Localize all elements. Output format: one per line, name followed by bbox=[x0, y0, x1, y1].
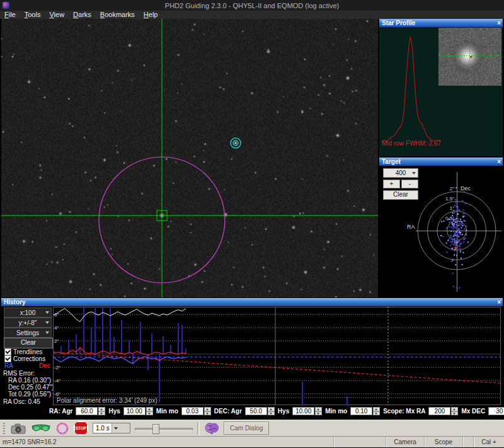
close-icon[interactable]: × bbox=[497, 19, 501, 27]
scatter-point bbox=[454, 219, 455, 221]
spin-down-icon[interactable] bbox=[315, 411, 322, 416]
scatter-point bbox=[458, 236, 459, 238]
scatter-point bbox=[465, 238, 466, 239]
menu-tools[interactable]: Tools bbox=[20, 11, 45, 19]
trendlines-checkbox[interactable] bbox=[4, 348, 11, 355]
history-xscale-select[interactable]: x:100 bbox=[4, 307, 52, 318]
param-label: DEC: Agr bbox=[214, 408, 242, 415]
corrections-checkbox[interactable] bbox=[4, 355, 11, 362]
scatter-point bbox=[453, 286, 454, 287]
y-axis-label: 2" bbox=[54, 338, 59, 344]
scatter-point bbox=[455, 187, 457, 188]
scatter-point bbox=[441, 221, 442, 222]
param-field[interactable]: 50.0 bbox=[245, 407, 275, 415]
exposure-select[interactable]: 1.0 s bbox=[93, 423, 130, 434]
param-field[interactable]: 30 bbox=[488, 407, 504, 415]
history-clear-button[interactable]: Clear bbox=[4, 338, 53, 348]
param-value[interactable]: 50.0 bbox=[245, 407, 267, 415]
fwhm-readout: Mid row FWHM: 2.67 bbox=[382, 140, 441, 147]
scatter-point bbox=[442, 236, 444, 237]
scatter-point bbox=[454, 223, 455, 224]
param-field[interactable]: 60.0 bbox=[76, 407, 105, 415]
spinner[interactable] bbox=[98, 407, 105, 415]
target-clear-button[interactable]: Clear bbox=[383, 190, 418, 200]
scatter-point bbox=[457, 214, 459, 215]
spinner[interactable] bbox=[315, 407, 322, 415]
spin-down-icon[interactable] bbox=[146, 411, 153, 416]
history-titlebar[interactable]: History × bbox=[1, 298, 503, 306]
param-value[interactable]: 10.00 bbox=[123, 407, 146, 415]
spinner[interactable] bbox=[373, 407, 380, 415]
scatter-point bbox=[450, 241, 451, 242]
scatter-point bbox=[462, 222, 463, 223]
spin-down-icon[interactable] bbox=[451, 411, 458, 416]
param-value[interactable]: 30 bbox=[488, 407, 504, 415]
param-value[interactable]: 60.0 bbox=[76, 407, 98, 415]
param-field[interactable]: 200 bbox=[428, 407, 458, 415]
guide-camera-view[interactable] bbox=[1, 19, 378, 297]
target-titlebar[interactable]: Target × bbox=[379, 158, 503, 166]
param-field[interactable]: 0.10 bbox=[350, 407, 380, 415]
spinner[interactable] bbox=[204, 407, 211, 415]
scatter-point bbox=[459, 225, 460, 226]
camera-button[interactable] bbox=[10, 423, 26, 434]
param-field[interactable]: 10.00 bbox=[123, 407, 153, 415]
corrections-checkbox-row[interactable]: Corrections bbox=[4, 355, 45, 362]
scatter-point bbox=[462, 225, 463, 226]
close-icon[interactable]: × bbox=[497, 158, 501, 166]
spin-down-icon[interactable] bbox=[268, 411, 275, 416]
scatter-point bbox=[452, 243, 453, 244]
param-label: Min mo bbox=[325, 408, 347, 415]
rms-stat: Tot 0.29 (0.56") bbox=[3, 391, 54, 398]
target-zoom-select[interactable]: 400 bbox=[383, 168, 418, 178]
star-profile-title: Star Profile bbox=[382, 20, 415, 26]
history-yscale-value: y:+/-8" bbox=[19, 319, 37, 326]
spin-down-icon[interactable] bbox=[204, 411, 211, 416]
gamma-slider[interactable] bbox=[135, 422, 193, 435]
scatter-point bbox=[449, 226, 450, 227]
cam-dialog-button[interactable]: Cam Dialog bbox=[224, 422, 269, 435]
param-field[interactable]: 10.00 bbox=[292, 407, 322, 415]
menu-file[interactable]: File bbox=[0, 11, 20, 19]
history-settings-select[interactable]: Settings bbox=[4, 328, 52, 338]
star-profile-titlebar[interactable]: Star Profile × bbox=[379, 19, 503, 27]
title-bar: PHD2 Guiding 2.3.0 - QHY5L-II and EQMOD … bbox=[0, 0, 504, 11]
param-field[interactable]: 0.03 bbox=[181, 407, 211, 415]
menu-view[interactable]: View bbox=[45, 11, 69, 19]
trendlines-checkbox-row[interactable]: Trendlines bbox=[4, 348, 42, 355]
menu-help[interactable]: Help bbox=[139, 11, 163, 19]
slider-thumb[interactable] bbox=[152, 424, 159, 434]
target-zoom-in-button[interactable]: + bbox=[383, 180, 400, 188]
spin-down-icon[interactable] bbox=[373, 411, 380, 416]
scatter-point bbox=[452, 228, 454, 229]
guide-button[interactable] bbox=[55, 422, 69, 435]
scatter-point bbox=[444, 221, 445, 222]
loop-button[interactable] bbox=[31, 423, 51, 434]
spinner[interactable] bbox=[146, 407, 153, 415]
param-label: Hys bbox=[278, 408, 289, 415]
spinner[interactable] bbox=[268, 407, 275, 415]
scatter-point bbox=[455, 235, 457, 236]
rms-error-block: RMS Error:RA 0.16 (0.30")Dec 0.25 (0.47"… bbox=[3, 370, 54, 405]
scatter-point bbox=[446, 243, 447, 244]
scatter-point bbox=[453, 226, 454, 227]
close-icon[interactable]: × bbox=[497, 298, 501, 306]
brain-button[interactable] bbox=[204, 422, 219, 435]
scatter-point bbox=[460, 234, 461, 235]
history-graph: 6"4"2"-2"-4"-6" bbox=[53, 307, 501, 406]
history-yscale-select[interactable]: y:+/-8" bbox=[4, 318, 52, 328]
scatter-point bbox=[454, 239, 455, 240]
menu-bookmarks[interactable]: Bookmarks bbox=[96, 11, 139, 19]
toolbar-grip[interactable] bbox=[3, 423, 5, 434]
param-value[interactable]: 0.10 bbox=[350, 407, 372, 415]
stop-button[interactable]: STOP bbox=[74, 421, 88, 435]
target-zoom-out-button[interactable]: - bbox=[401, 180, 418, 188]
toolbar-separator bbox=[197, 422, 200, 435]
chevron-down-icon bbox=[45, 331, 49, 334]
param-value[interactable]: 200 bbox=[428, 407, 450, 415]
param-value[interactable]: 10.00 bbox=[292, 407, 314, 415]
menu-darks[interactable]: Darks bbox=[69, 11, 96, 19]
param-value[interactable]: 0.03 bbox=[181, 407, 203, 415]
spin-down-icon[interactable] bbox=[98, 411, 105, 416]
spinner[interactable] bbox=[451, 407, 458, 415]
